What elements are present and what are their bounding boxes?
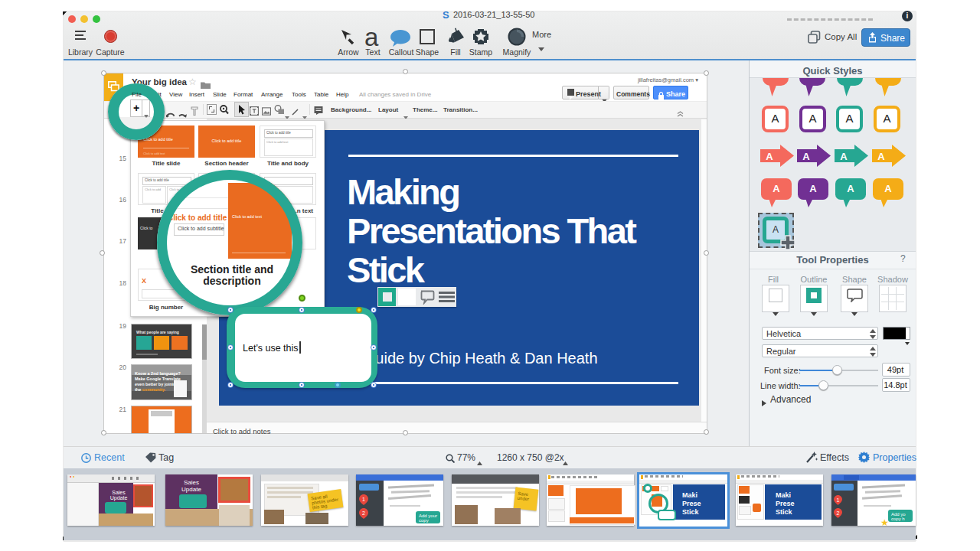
- svg-text:1: 1: [837, 497, 840, 503]
- svg-text:A: A: [840, 151, 848, 162]
- svg-text:2: 2: [837, 510, 840, 516]
- svg-text:A: A: [802, 151, 810, 162]
- svg-text:A: A: [877, 151, 885, 162]
- svg-text:1: 1: [362, 497, 365, 502]
- svg-text:2: 2: [362, 510, 365, 516]
- svg-text:A: A: [766, 151, 773, 162]
